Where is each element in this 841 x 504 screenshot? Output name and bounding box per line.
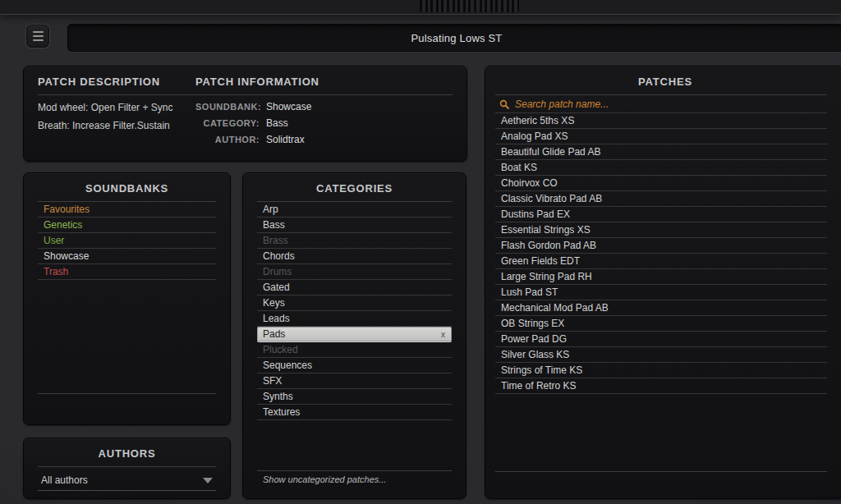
category-item-label: Synths <box>263 391 293 402</box>
patch-list-item-analog-pad-xs[interactable]: Analog Pad XS <box>495 129 827 144</box>
remove-filter-icon[interactable]: x <box>441 330 446 339</box>
patch-list-item-large-string-pad-rh[interactable]: Large String Pad RH <box>495 269 827 285</box>
current-patch-name: Pulsating Lows ST <box>411 32 502 44</box>
category-item-keys[interactable]: Keys <box>257 296 452 311</box>
divider <box>38 393 216 394</box>
patch-list-item-lush-pad-st[interactable]: Lush Pad ST <box>495 285 827 300</box>
patch-name: Time of Retro KS <box>501 380 577 392</box>
category-item-plucked[interactable]: Plucked <box>257 342 452 358</box>
patch-name: Boat KS <box>501 162 537 173</box>
patch-list-item-silver-glass-ks[interactable]: Silver Glass KS <box>495 347 827 363</box>
category-item-label: Sequences <box>263 360 312 371</box>
patches-list: Aetheric 5ths XSAnalog Pad XSBeautiful G… <box>495 113 827 394</box>
soundbank-item-genetics[interactable]: Genetics <box>38 218 216 233</box>
patch-info-value: Showcase <box>266 99 311 115</box>
patch-search-input[interactable]: Search patch name... <box>495 95 827 113</box>
soundbank-item-user[interactable]: User <box>38 233 216 249</box>
patch-info-value: Bass <box>266 115 311 131</box>
patch-title-bar[interactable]: Pulsating Lows ST <box>67 24 841 52</box>
category-item-synths[interactable]: Synths <box>257 389 452 405</box>
patch-description-line: Breath: Increase Filter.Sustain <box>38 117 195 135</box>
patches-panel: PATCHES Search patch name... Aetheric 5t… <box>485 66 841 499</box>
category-item-label: Brass <box>263 235 288 246</box>
patch-name: Dustins Pad EX <box>501 208 570 220</box>
search-icon <box>499 99 509 109</box>
category-item-label: Pads <box>263 328 285 340</box>
patch-name: Classic Vibrato Pad AB <box>501 193 602 204</box>
patch-name: Flash Gordon Pad AB <box>501 240 596 251</box>
patch-list-item-ob-strings-ex[interactable]: OB Strings EX <box>495 316 827 332</box>
category-item-chords[interactable]: Chords <box>257 249 452 264</box>
patch-name: Essential Strings XS <box>501 224 591 236</box>
divider <box>38 466 216 467</box>
patch-name: Aetheric 5ths XS <box>501 115 574 126</box>
patch-list-item-dustins-pad-ex[interactable]: Dustins Pad EX <box>495 207 827 222</box>
patch-list-item-time-of-retro-ks[interactable]: Time of Retro KS <box>495 378 827 394</box>
patch-name: Choirvox CO <box>501 177 558 189</box>
patch-list-item-flash-gordon-pad-ab[interactable]: Flash Gordon Pad AB <box>495 238 827 254</box>
patch-info-label: AUTHOR: <box>195 131 260 148</box>
category-item-gated[interactable]: Gated <box>257 280 452 296</box>
menu-button[interactable] <box>26 25 49 48</box>
patch-list-item-choirvox-co[interactable]: Choirvox CO <box>495 176 827 191</box>
chevron-down-icon <box>203 478 213 483</box>
soundbank-item-trash[interactable]: Trash <box>38 264 216 280</box>
categories-list: ArpBassBrassChordsDrumsGatedKeysLeadsPad… <box>257 202 452 420</box>
patch-name: Analog Pad XS <box>501 131 568 142</box>
patch-list-item-mechanical-mod-pad-ab[interactable]: Mechanical Mod Pad AB <box>495 300 827 316</box>
category-item-label: Plucked <box>263 344 298 355</box>
patch-search-placeholder: Search patch name... <box>515 99 609 110</box>
patch-list-item-aetheric-5ths-xs[interactable]: Aetheric 5ths XS <box>495 113 827 129</box>
category-item-label: SFX <box>263 375 282 387</box>
soundbank-item-showcase[interactable]: Showcase <box>38 249 216 264</box>
divider <box>38 94 453 95</box>
patch-browser-window: Pulsating Lows ST PATCH DESCRIPTION PATC… <box>0 0 841 504</box>
patch-name: Lush Pad ST <box>501 286 558 298</box>
category-item-label: Keys <box>263 297 285 309</box>
category-item-sfx[interactable]: SFX <box>257 373 452 389</box>
patch-list-item-essential-strings-xs[interactable]: Essential Strings XS <box>495 222 827 238</box>
patch-name: OB Strings EX <box>501 318 564 329</box>
category-item-label: Leads <box>263 313 290 324</box>
authors-panel: AUTHORS All authors <box>23 438 231 499</box>
category-item-sequences[interactable]: Sequences <box>257 358 452 373</box>
authors-dropdown[interactable]: All authors <box>38 470 216 491</box>
patch-information-title: PATCH INFORMATION <box>195 76 319 88</box>
authors-dropdown-value: All authors <box>41 474 88 486</box>
patch-name: Power Pad DG <box>501 333 567 345</box>
patch-list-item-strings-of-time-ks[interactable]: Strings of Time KS <box>495 363 827 378</box>
patch-description-line: Mod wheel: Open Filter + Sync <box>38 99 195 117</box>
patch-info-label: SOUNDBANK: <box>195 99 260 115</box>
soundbank-item-label: Favourites <box>44 204 90 215</box>
patch-list-item-beautiful-glide-pad-ab[interactable]: Beautiful Glide Pad AB <box>495 144 827 160</box>
soundbank-item-favourites[interactable]: Favourites <box>38 202 216 218</box>
category-item-pads[interactable]: Padsx <box>257 327 452 342</box>
show-uncategorized-link[interactable]: Show uncategorized patches... <box>263 474 386 484</box>
patch-list-item-green-fields-edt[interactable]: Green Fields EDT <box>495 254 827 269</box>
patch-name: Strings of Time KS <box>501 364 582 376</box>
soundbank-item-label: User <box>44 235 64 246</box>
category-item-drums[interactable]: Drums <box>257 264 452 280</box>
divider <box>495 471 827 472</box>
patch-name: Large String Pad RH <box>501 271 592 282</box>
soundbanks-title: SOUNDBANKS <box>24 173 230 195</box>
category-item-leads[interactable]: Leads <box>257 311 452 327</box>
patch-name: Green Fields EDT <box>501 255 580 267</box>
patch-info-panel: PATCH DESCRIPTION PATCH INFORMATION Mod … <box>23 66 467 162</box>
patch-list-item-classic-vibrato-pad-ab[interactable]: Classic Vibrato Pad AB <box>495 191 827 207</box>
soundbanks-panel: SOUNDBANKS FavouritesGeneticsUserShowcas… <box>23 172 231 425</box>
category-item-label: Drums <box>263 266 292 277</box>
authors-title: AUTHORS <box>24 438 230 460</box>
patch-list-item-power-pad-dg[interactable]: Power Pad DG <box>495 332 827 347</box>
category-item-label: Textures <box>263 406 300 418</box>
category-item-brass[interactable]: Brass <box>257 233 452 249</box>
patch-name: Mechanical Mod Pad AB <box>501 302 609 314</box>
category-item-label: Chords <box>263 250 295 262</box>
category-item-arp[interactable]: Arp <box>257 202 452 218</box>
category-item-label: Arp <box>263 204 278 215</box>
categories-panel: CATEGORIES ArpBassBrassChordsDrumsGatedK… <box>242 172 466 499</box>
patch-list-item-boat-ks[interactable]: Boat KS <box>495 160 827 176</box>
category-item-label: Gated <box>263 282 290 293</box>
category-item-textures[interactable]: Textures <box>257 405 452 420</box>
category-item-bass[interactable]: Bass <box>257 218 452 233</box>
